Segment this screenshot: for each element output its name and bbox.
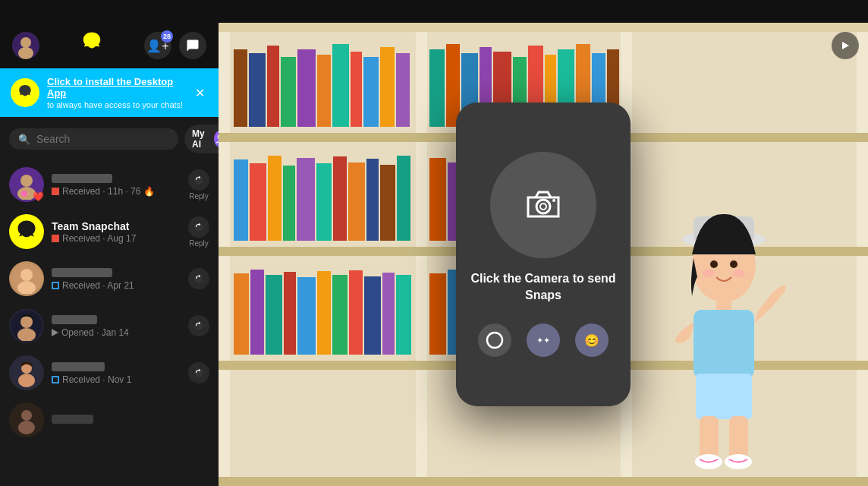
reply-icon (188, 268, 209, 289)
chat-status: Received · 11h · 76 🔥 (52, 186, 181, 197)
camera-button[interactable] (490, 152, 596, 258)
svg-point-108 (703, 270, 715, 277)
phone-bottom-icons: ✦✦ 😊 (478, 323, 609, 357)
svg-point-106 (710, 260, 718, 268)
svg-point-119 (552, 199, 555, 202)
add-friend-button[interactable]: 👤+ 28 (144, 32, 171, 59)
chat-name (52, 414, 209, 426)
chat-name (52, 267, 181, 279)
close-banner-button[interactable]: ✕ (192, 83, 208, 103)
phone-overlay: Click the Camera to send Snaps ✦✦ 😊 (456, 103, 631, 406)
opened-icon (52, 329, 58, 336)
svg-rect-68 (380, 165, 395, 241)
effects-button[interactable]: ✦✦ (527, 323, 560, 357)
svg-point-5 (20, 175, 33, 187)
status-text: Opened · Jan 14 (61, 327, 129, 338)
svg-rect-39 (281, 57, 296, 127)
svg-rect-43 (351, 52, 362, 127)
snap-status-icon (52, 235, 59, 242)
chat-item[interactable]: Opened · Jan 14 (0, 302, 219, 349)
user-avatar[interactable] (12, 32, 39, 59)
svg-rect-47 (429, 49, 445, 127)
svg-marker-121 (842, 42, 849, 49)
install-banner: Click to install the Desktop App to alwa… (0, 68, 219, 117)
reply-icon (188, 169, 209, 191)
reply-icon (188, 216, 209, 238)
chat-info: Received · Nov 1 (52, 361, 181, 385)
svg-rect-92 (429, 273, 446, 355)
svg-rect-38 (267, 46, 279, 127)
chat-status: Received · Aug 17 (52, 233, 181, 244)
search-icon: 🔍 (18, 134, 30, 145)
svg-rect-90 (382, 273, 395, 355)
reply-button[interactable]: Reply (188, 169, 209, 200)
avatar (9, 214, 44, 249)
chat-status: Opened · Jan 14 (52, 327, 181, 338)
chat-item[interactable]: Received · Nov 1 (0, 349, 219, 396)
svg-rect-82 (250, 270, 264, 355)
svg-rect-31 (219, 23, 868, 32)
svg-point-23 (21, 410, 32, 421)
svg-rect-59 (234, 159, 248, 241)
reply-label: Reply (189, 239, 209, 248)
svg-rect-36 (234, 49, 247, 127)
search-input-wrapper[interactable]: 🔍 (9, 128, 178, 150)
chat-status: Received · Nov 1 (52, 374, 181, 385)
chat-button[interactable] (179, 32, 206, 59)
chat-item[interactable]: Team Snapchat Received · Aug 17 Reply (0, 208, 219, 255)
shutter-button[interactable] (478, 323, 511, 357)
status-text: Received · Aug 17 (62, 233, 136, 244)
chat-item[interactable] (0, 396, 219, 443)
status-text: Received · 11h · 76 (62, 186, 140, 197)
notification-badge: 28 (161, 30, 173, 43)
svg-rect-60 (250, 163, 266, 241)
svg-rect-111 (693, 310, 754, 378)
svg-point-2 (18, 47, 33, 59)
svg-rect-81 (234, 273, 249, 355)
reply-button[interactable]: Reply (188, 216, 209, 248)
play-button[interactable] (832, 32, 859, 59)
main-layout: 👤+ 28 Click to install the Desktop App (0, 23, 868, 486)
svg-rect-88 (349, 270, 363, 355)
svg-rect-84 (284, 272, 296, 355)
emoji-button[interactable]: 😊 (575, 323, 609, 357)
reply-button[interactable] (188, 315, 209, 336)
install-subtitle: to always have access to your chats! (47, 100, 184, 109)
svg-rect-45 (380, 47, 395, 127)
svg-rect-41 (317, 55, 331, 127)
install-title[interactable]: Click to install the Desktop App (47, 76, 184, 99)
svg-point-15 (20, 316, 33, 328)
snap-status-icon (52, 376, 59, 383)
status-text: Received · Nov 1 (62, 374, 131, 385)
svg-rect-69 (397, 156, 410, 241)
chat-status: Received · Apr 21 (52, 280, 181, 291)
chat-item[interactable]: ❤️ Received · 11h · 76 🔥 (0, 161, 219, 208)
svg-rect-65 (333, 156, 347, 241)
sidebar-header: 👤+ 28 (0, 23, 219, 68)
status-text: Received · Apr 21 (62, 280, 134, 291)
svg-rect-86 (317, 271, 331, 355)
chat-name (52, 314, 181, 327)
chat-info: Received · Apr 21 (52, 267, 181, 291)
svg-rect-46 (396, 53, 410, 127)
svg-rect-112 (696, 374, 752, 419)
header-icons: 👤+ 28 (144, 32, 206, 59)
chat-name (52, 361, 181, 374)
chat-info (52, 414, 209, 426)
chat-name (52, 173, 181, 185)
reply-button[interactable] (188, 362, 209, 383)
svg-rect-70 (429, 158, 446, 241)
chat-info: Opened · Jan 14 (52, 314, 181, 338)
camera-icon (520, 182, 566, 228)
svg-point-7 (21, 191, 27, 197)
avatar (9, 308, 44, 343)
svg-rect-66 (348, 163, 365, 241)
fire-icon: 🔥 (143, 186, 155, 197)
svg-rect-61 (268, 156, 281, 241)
search-input[interactable] (36, 133, 169, 145)
chat-item[interactable]: Received · Apr 21 (0, 255, 219, 302)
reply-button[interactable] (188, 268, 209, 289)
svg-point-24 (18, 421, 35, 434)
svg-rect-89 (364, 276, 381, 355)
svg-point-118 (540, 204, 546, 210)
